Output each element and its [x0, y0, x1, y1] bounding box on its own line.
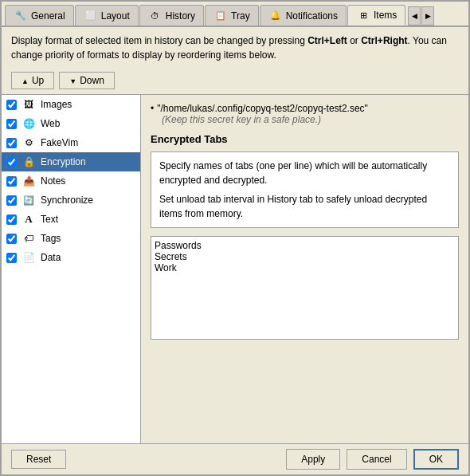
encrypted-tabs-title: Encrypted Tabs — [151, 133, 459, 145]
encrypted-desc1: Specify names of tabs (one per line) whi… — [159, 159, 450, 187]
tab-history[interactable]: History — [139, 5, 204, 26]
tab-items-label: Items — [374, 10, 397, 21]
tab-scroll-right[interactable]: ▶ — [421, 6, 434, 26]
data-label: Data — [41, 252, 61, 263]
bullet-icon: • — [151, 103, 154, 114]
main-window: General Layout History Tray Notification… — [0, 0, 470, 476]
synchronize-icon — [22, 193, 36, 207]
down-arrow-icon — [69, 75, 76, 86]
tab-layout-label: Layout — [101, 10, 130, 22]
list-item-text[interactable]: Text — [2, 210, 140, 229]
encrypted-box: Specify names of tabs (one per line) whi… — [151, 151, 459, 228]
list-item-encryption[interactable]: Encryption — [2, 152, 140, 171]
right-buttons: Apply Cancel OK — [286, 449, 459, 470]
data-icon — [22, 250, 36, 265]
fakevim-label: FakeVim — [41, 137, 78, 148]
tab-notifications[interactable]: Notifications — [260, 5, 347, 26]
list-item-tags[interactable]: Tags — [2, 229, 140, 248]
encryption-label: Encryption — [41, 156, 86, 167]
up-arrow-icon — [22, 75, 29, 86]
list-item-synchronize[interactable]: Synchronize — [2, 191, 140, 210]
layout-tab-icon — [84, 9, 98, 23]
fakevim-checkbox[interactable] — [6, 138, 17, 148]
left-panel: Images Web FakeVim Encryption Notes — [2, 95, 141, 443]
list-item-data[interactable]: Data — [2, 248, 140, 267]
encryption-icon — [22, 155, 36, 169]
apply-button[interactable]: Apply — [286, 449, 340, 470]
images-icon — [22, 97, 36, 112]
tab-layout[interactable]: Layout — [75, 5, 139, 26]
history-tab-icon — [148, 9, 163, 23]
text-checkbox[interactable] — [6, 214, 17, 225]
images-label: Images — [41, 99, 72, 110]
list-item-fakevim[interactable]: FakeVim — [2, 133, 140, 152]
reset-label: Reset — [26, 454, 51, 465]
tab-bar: General Layout History Tray Notification… — [2, 2, 468, 27]
tab-tray-label: Tray — [231, 10, 250, 22]
items-tab-icon — [356, 8, 370, 22]
notifications-tab-icon — [268, 9, 283, 23]
tab-scroll-arrows: ◀ ▶ — [408, 6, 434, 26]
fakevim-icon — [22, 136, 36, 150]
notes-label: Notes — [41, 175, 65, 187]
tags-label: Tags — [41, 233, 61, 244]
bottom-bar: Reset Apply Cancel OK — [2, 443, 468, 474]
reset-button[interactable]: Reset — [11, 450, 66, 469]
updown-bar: Up Down — [2, 69, 468, 94]
web-label: Web — [41, 118, 60, 129]
encrypted-desc2: Set unload tab interval in History tab t… — [159, 192, 450, 221]
description-text: Display format of selected item in histo… — [2, 27, 468, 69]
up-label: Up — [32, 75, 44, 86]
tab-general[interactable]: General — [5, 5, 74, 26]
text-label: Text — [41, 214, 58, 225]
encryption-checkbox[interactable] — [6, 157, 17, 167]
key-path-section: • "/home/lukas/.config/copyq-test2/copyq… — [151, 103, 459, 125]
tab-notifications-label: Notifications — [286, 10, 338, 22]
key-path-text: "/home/lukas/.config/copyq-test2/copyq-t… — [157, 103, 368, 114]
list-item-web[interactable]: Web — [2, 114, 140, 133]
general-tab-icon — [14, 9, 28, 23]
tab-history-label: History — [166, 10, 195, 22]
down-label: Down — [80, 75, 104, 86]
up-button[interactable]: Up — [11, 72, 54, 89]
ok-button[interactable]: OK — [413, 449, 459, 470]
right-scroll[interactable]: • "/home/lukas/.config/copyq-test2/copyq… — [141, 95, 468, 443]
tab-scroll-left[interactable]: ◀ — [408, 6, 421, 26]
right-panel: • "/home/lukas/.config/copyq-test2/copyq… — [141, 95, 468, 443]
list-item-images[interactable]: Images — [2, 95, 140, 114]
tab-items[interactable]: Items — [347, 5, 405, 26]
synchronize-label: Synchronize — [41, 195, 93, 206]
data-checkbox[interactable] — [6, 253, 17, 263]
synchronize-checkbox[interactable] — [6, 195, 17, 206]
content-area: Images Web FakeVim Encryption Notes — [2, 94, 468, 443]
tab-general-label: General — [31, 10, 65, 22]
cancel-button[interactable]: Cancel — [347, 449, 406, 470]
ok-label: OK — [429, 454, 443, 465]
tags-icon — [22, 231, 36, 246]
tags-checkbox[interactable] — [6, 234, 17, 244]
apply-label: Apply — [301, 454, 325, 465]
tab-tray[interactable]: Tray — [205, 5, 259, 26]
text-icon — [22, 212, 36, 226]
cancel-label: Cancel — [362, 454, 391, 465]
list-item-notes[interactable]: Notes — [2, 171, 140, 191]
tray-tab-icon — [213, 9, 228, 23]
web-checkbox[interactable] — [6, 119, 17, 129]
web-icon — [22, 116, 36, 131]
down-button[interactable]: Down — [59, 72, 115, 89]
keep-secret-text: (Keep this secret key in a safe place.) — [162, 114, 459, 125]
images-checkbox[interactable] — [6, 100, 17, 110]
notes-icon — [22, 174, 36, 188]
notes-checkbox[interactable] — [6, 176, 17, 187]
encrypted-tabs-textarea[interactable]: Passwords Secrets Work — [151, 236, 459, 340]
